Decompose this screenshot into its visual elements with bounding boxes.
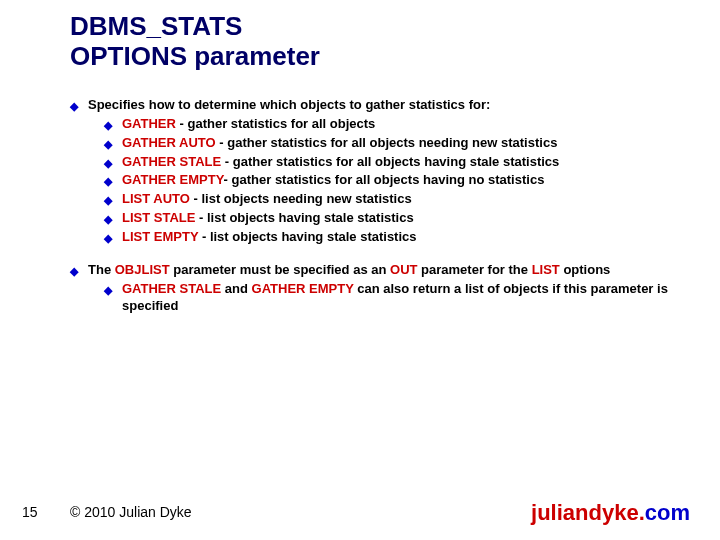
keyword: OBJLIST — [115, 262, 170, 277]
slide-title: DBMS_STATS OPTIONS parameter — [70, 12, 320, 72]
keyword: GATHER — [122, 116, 176, 131]
keyword: GATHER AUTO — [122, 135, 216, 150]
bullet-1e-text: LIST AUTO - list objects needing new sta… — [122, 190, 412, 208]
diamond-bullet-icon: ◆ — [104, 212, 112, 227]
keyword: GATHER EMPTY — [252, 281, 354, 296]
bullet-2: ◆ The OBJLIST parameter must be specifie… — [70, 261, 690, 279]
bullet-1g: ◆ LIST EMPTY - list objects having stale… — [104, 228, 690, 246]
keyword: GATHER STALE — [122, 281, 221, 296]
bullet-1c: ◆ GATHER STALE - gather statistics for a… — [104, 153, 690, 171]
diamond-bullet-icon: ◆ — [70, 264, 78, 279]
site-right: com — [645, 500, 690, 525]
diamond-bullet-icon: ◆ — [104, 137, 112, 152]
keyword: OUT — [390, 262, 417, 277]
page-number: 15 — [22, 504, 38, 520]
bullet-1e: ◆ LIST AUTO - list objects needing new s… — [104, 190, 690, 208]
title-line-2: OPTIONS parameter — [70, 42, 320, 72]
copyright: © 2010 Julian Dyke — [70, 504, 192, 520]
diamond-bullet-icon: ◆ — [104, 283, 112, 298]
bullet-1b-text: GATHER AUTO - gather statistics for all … — [122, 134, 557, 152]
diamond-bullet-icon: ◆ — [104, 174, 112, 189]
slide-content: ◆ Specifies how to determine which objec… — [70, 96, 690, 316]
bullet-1g-text: LIST EMPTY - list objects having stale s… — [122, 228, 417, 246]
diamond-bullet-icon: ◆ — [104, 118, 112, 133]
diamond-bullet-icon: ◆ — [104, 231, 112, 246]
keyword: LIST AUTO — [122, 191, 190, 206]
keyword: LIST EMPTY — [122, 229, 198, 244]
bullet-1d-text: GATHER EMPTY- gather statistics for all … — [122, 171, 544, 189]
bullet-1c-text: GATHER STALE - gather statistics for all… — [122, 153, 559, 171]
bullet-1b: ◆ GATHER AUTO - gather statistics for al… — [104, 134, 690, 152]
diamond-bullet-icon: ◆ — [70, 99, 78, 114]
site-left: juliandyke. — [531, 500, 645, 525]
bullet-1a-text: GATHER - gather statistics for all objec… — [122, 115, 375, 133]
keyword: LIST — [532, 262, 560, 277]
bullet-2a: ◆ GATHER STALE and GATHER EMPTY can also… — [104, 280, 690, 315]
bullet-1f-text: LIST STALE - list objects having stale s… — [122, 209, 414, 227]
bullet-1a: ◆ GATHER - gather statistics for all obj… — [104, 115, 690, 133]
bullet-1: ◆ Specifies how to determine which objec… — [70, 96, 690, 114]
bullet-1-text: Specifies how to determine which objects… — [88, 96, 490, 114]
bullet-2-text: The OBJLIST parameter must be specified … — [88, 261, 610, 279]
diamond-bullet-icon: ◆ — [104, 156, 112, 171]
bullet-1f: ◆ LIST STALE - list objects having stale… — [104, 209, 690, 227]
keyword: LIST STALE — [122, 210, 195, 225]
site-url: juliandyke.com — [531, 500, 690, 526]
bullet-1d: ◆ GATHER EMPTY- gather statistics for al… — [104, 171, 690, 189]
keyword: GATHER STALE — [122, 154, 221, 169]
slide: DBMS_STATS OPTIONS parameter ◆ Specifies… — [0, 0, 720, 540]
keyword: GATHER EMPTY — [122, 172, 224, 187]
bullet-2a-text: GATHER STALE and GATHER EMPTY can also r… — [122, 280, 690, 315]
title-line-1: DBMS_STATS — [70, 12, 320, 42]
diamond-bullet-icon: ◆ — [104, 193, 112, 208]
